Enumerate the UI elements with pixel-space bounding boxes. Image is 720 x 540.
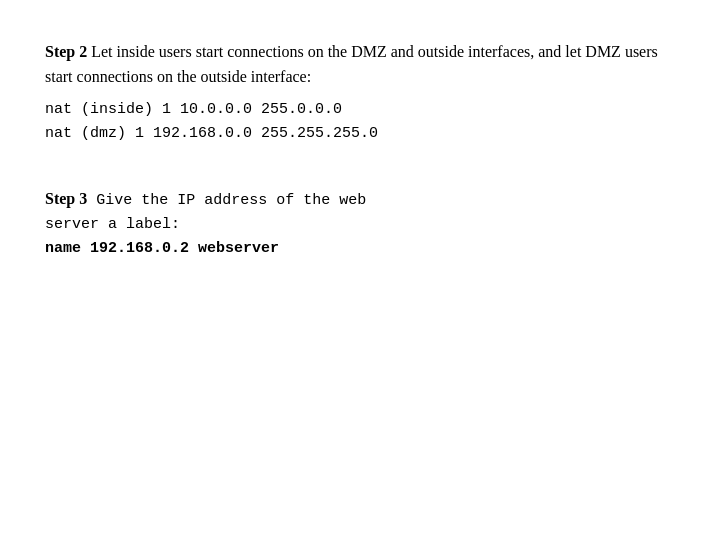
step3-label: Step 3 (45, 190, 87, 207)
step3-text: Step 3 Give the IP address of the web (45, 186, 675, 213)
step2-text-body: Let inside users start connections on th… (45, 43, 658, 85)
step2-label: Step 2 (45, 43, 87, 60)
step2-code-line1: nat (inside) 1 10.0.0.0 255.0.0.0 (45, 98, 675, 122)
step3-line2: server a label: (45, 213, 675, 237)
step2-description: Step 2 Let inside users start connection… (45, 40, 675, 90)
step2-code-line2: nat (dmz) 1 192.168.0.0 255.255.255.0 (45, 122, 675, 146)
step2-code: nat (inside) 1 10.0.0.0 255.0.0.0 nat (d… (45, 98, 675, 146)
step3-section: Step 3 Give the IP address of the web se… (45, 186, 675, 261)
page-content: Step 2 Let inside users start connection… (0, 0, 720, 301)
step2-section: Step 2 Let inside users start connection… (45, 40, 675, 146)
step3-line1: Give the IP address of the web (96, 192, 366, 209)
step3-name-line: name 192.168.0.2 webserver (45, 237, 675, 261)
